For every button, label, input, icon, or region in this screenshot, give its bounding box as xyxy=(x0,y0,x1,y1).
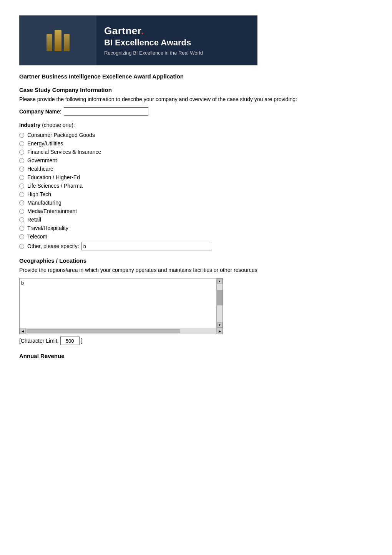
industry-radio-manufacturing[interactable] xyxy=(19,200,24,205)
case-study-description: Please provide the following information… xyxy=(19,95,373,103)
industry-option-cpg: Consumer Packaged Goods xyxy=(19,132,373,138)
industry-option-telecom: Telecom xyxy=(19,233,373,240)
industry-option-government: Government xyxy=(19,157,373,163)
other-specify-row: Other, please specify: xyxy=(27,242,212,250)
industry-label-healthcare[interactable]: Healthcare xyxy=(27,166,53,172)
industry-radio-education[interactable] xyxy=(19,175,24,180)
geo-description: Provide the regions/area in which your c… xyxy=(19,266,373,274)
industry-option-media: Media/Entertainment xyxy=(19,208,373,214)
geo-section-title: Geographies / Locations xyxy=(19,257,373,264)
industry-radio-cpg[interactable] xyxy=(19,133,24,138)
industry-option-energy: Energy/Utilities xyxy=(19,140,373,147)
industry-radio-other[interactable] xyxy=(19,244,24,249)
industry-option-financial: Financial Services & Insurance xyxy=(19,149,373,155)
industry-label-manufacturing[interactable]: Manufacturing xyxy=(27,200,61,206)
annual-revenue-title: Annual Revenue xyxy=(19,353,373,359)
other-specify-input[interactable] xyxy=(81,242,212,250)
geo-textarea[interactable]: b xyxy=(20,278,216,328)
industry-radio-list: Consumer Packaged Goods Energy/Utilities… xyxy=(19,132,373,250)
char-limit-close: ] xyxy=(81,338,83,344)
industry-radio-energy[interactable] xyxy=(19,141,24,146)
industry-label-telecom[interactable]: Telecom xyxy=(27,233,47,240)
industry-radio-lifesciences[interactable] xyxy=(19,183,24,188)
industry-radio-media[interactable] xyxy=(19,209,24,214)
company-name-input[interactable] xyxy=(64,107,148,116)
header-right: Gartner. BI Excellence Awards Recognizin… xyxy=(96,16,257,65)
company-name-row: Company Name: xyxy=(19,107,373,116)
industry-label: Industry (choose one): xyxy=(19,122,373,128)
award-title: BI Excellence Awards xyxy=(104,38,249,48)
industry-radio-travel[interactable] xyxy=(19,226,24,231)
industry-radio-telecom[interactable] xyxy=(19,234,24,239)
other-specify-label[interactable]: Other, please specify: xyxy=(27,243,79,249)
geo-section: Geographies / Locations Provide the regi… xyxy=(19,257,373,345)
tagline: Recognizing BI Excellence in the Real Wo… xyxy=(104,50,249,56)
geo-textarea-wrapper: b ▲ ▼ xyxy=(19,278,223,328)
industry-option-hightech: High Tech xyxy=(19,191,373,197)
scroll-left-arrow[interactable]: ◀ xyxy=(20,328,26,334)
industry-label-government[interactable]: Government xyxy=(27,157,57,163)
trophy-right xyxy=(64,34,70,51)
industry-radio-hightech[interactable] xyxy=(19,192,24,197)
gartner-logo-text: Gartner. xyxy=(104,25,249,37)
scroll-right-arrow[interactable]: ▶ xyxy=(216,328,223,334)
industry-option-lifesciences: Life Sciences / Pharma xyxy=(19,183,373,189)
trophy-left xyxy=(47,34,52,51)
industry-label-education[interactable]: Education / Higher-Ed xyxy=(27,174,80,180)
trophy-icons xyxy=(47,30,70,51)
industry-label-retail[interactable]: Retail xyxy=(27,217,41,223)
industry-label-cpg[interactable]: Consumer Packaged Goods xyxy=(27,132,95,138)
scroll-down-arrow[interactable]: ▼ xyxy=(217,322,223,328)
industry-label-hightech[interactable]: High Tech xyxy=(27,191,51,197)
header-left-image xyxy=(20,16,96,65)
industry-label-energy[interactable]: Energy/Utilities xyxy=(27,140,63,147)
scroll-thumb-vertical[interactable] xyxy=(217,290,223,305)
industry-label-financial[interactable]: Financial Services & Insurance xyxy=(27,149,101,155)
industry-option-healthcare: Healthcare xyxy=(19,166,373,172)
geo-scrollbar-vertical[interactable]: ▲ ▼ xyxy=(216,278,223,328)
industry-radio-government[interactable] xyxy=(19,158,24,163)
industry-radio-financial[interactable] xyxy=(19,150,24,155)
industry-label-travel[interactable]: Travel/Hospitality xyxy=(27,225,68,231)
page-title: Gartner Business Intelligence Excellence… xyxy=(19,73,373,80)
scroll-thumb-horizontal[interactable] xyxy=(27,329,180,333)
industry-option-education: Education / Higher-Ed xyxy=(19,174,373,180)
industry-radio-healthcare[interactable] xyxy=(19,167,24,172)
char-limit-row: [Character Limit: ] xyxy=(19,337,373,345)
scroll-up-arrow[interactable]: ▲ xyxy=(217,278,223,284)
char-limit-input[interactable] xyxy=(60,337,80,345)
industry-option-manufacturing: Manufacturing xyxy=(19,200,373,206)
industry-label-lifesciences[interactable]: Life Sciences / Pharma xyxy=(27,183,83,189)
geo-scrollbar-horizontal[interactable]: ◀ ▶ xyxy=(19,328,223,334)
case-study-section-title: Case Study Company Information xyxy=(19,87,373,93)
header-banner: Gartner. BI Excellence Awards Recognizin… xyxy=(19,15,257,65)
industry-label-media[interactable]: Media/Entertainment xyxy=(27,208,77,214)
trophy-center xyxy=(55,30,61,51)
industry-option-retail: Retail xyxy=(19,217,373,223)
industry-option-other: Other, please specify: xyxy=(19,242,373,250)
company-name-label: Company Name: xyxy=(19,108,61,115)
char-limit-label: [Character Limit: xyxy=(19,338,59,344)
industry-radio-retail[interactable] xyxy=(19,217,24,222)
industry-option-travel: Travel/Hospitality xyxy=(19,225,373,231)
scroll-track-horizontal xyxy=(26,328,216,334)
